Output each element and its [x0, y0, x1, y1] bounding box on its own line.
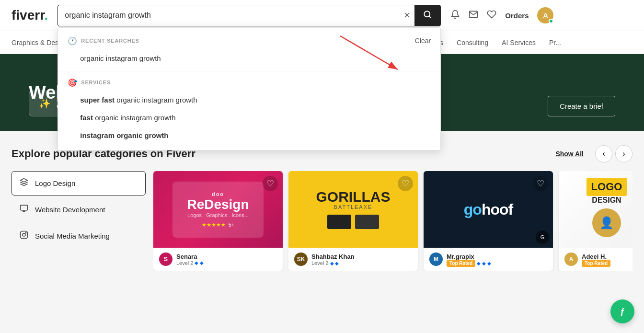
recent-searches-title: RECENT SEARCHES [81, 38, 139, 44]
recommend-icon: ✨ [39, 98, 51, 109]
card-3-avatar: A [564, 253, 578, 266]
card-0-avatar: S [159, 253, 172, 266]
sidebar-item-logo-design[interactable]: Logo Design [12, 171, 146, 195]
search-icon [423, 10, 432, 21]
card-1-sub: BATTLEAXE [316, 204, 391, 210]
avatar-initials: A [543, 11, 548, 19]
card-3-content: LOGO DESIGN 👤 [582, 173, 632, 246]
card-1-level-text: Level 2 [311, 260, 328, 266]
orders-button[interactable]: Orders [505, 11, 529, 20]
sidebar-categories: Logo Design Website Development Social M… [12, 171, 146, 271]
card-3-person: 👤 [592, 208, 621, 237]
card-1[interactable]: GORILLAS BATTLEAXE ♡ SK [288, 171, 418, 271]
social-media-icon [20, 230, 28, 241]
card-0-level-badge: Level 2 ◆ ◆ [176, 260, 204, 266]
card-0-heart[interactable]: ♡ [263, 176, 278, 191]
svg-point-9 [25, 232, 26, 233]
card-2[interactable]: gohoof ♡ G M Mr.grapix Top Rated [424, 171, 553, 271]
card-3[interactable]: LOGO DESIGN 👤 ♡ ▶ A [559, 171, 632, 271]
logo-dot: . [45, 8, 48, 23]
service-item-2[interactable]: instagram organic growth [58, 126, 440, 144]
card-0-level-text: Level 2 [176, 260, 193, 266]
close-icon: ✕ [403, 10, 411, 21]
card-0-level: Level 2 ◆ ◆ [176, 260, 277, 266]
card-0-inner: doo ReDesign Logos . Graphics . Icons...… [172, 182, 263, 238]
service-item-0-bold: super fast [80, 96, 115, 104]
svg-rect-4 [21, 205, 28, 210]
card-1-footer: SK Shahbaz Khan Level 2 ◆ ◆ [288, 248, 418, 271]
nav-item-ai-services[interactable]: AI Services [502, 31, 536, 54]
card-2-avatar-inner: M [429, 253, 443, 266]
sidebar-item-website-development[interactable]: Website Development [12, 197, 146, 222]
card-1-seller: Shahbaz Khan [311, 253, 412, 260]
card-2-brand: gohoof [464, 201, 513, 218]
card-0-stars: ★★★★★ 5+ [187, 222, 249, 228]
card-1-diamond-icon: ◆ ◆ [330, 261, 339, 266]
card-1-avatar: SK [294, 253, 308, 266]
cards-container: doo ReDesign Logos . Graphics . Icons...… [153, 171, 632, 271]
card-2-heart[interactable]: ♡ [533, 176, 548, 191]
recent-search-item[interactable]: organic instagram growth [58, 49, 440, 67]
card-1-item-2 [355, 215, 379, 229]
logo-design-icon [20, 178, 28, 189]
card-3-title-2: DESIGN [586, 196, 627, 205]
services-title: SERVICES [81, 80, 111, 85]
card-1-avatar-inner: SK [294, 253, 308, 266]
card-3-title-1: LOGO [586, 178, 627, 196]
categories-section: Explore popular categories on Fiverr Sho… [0, 131, 644, 271]
sidebar-item-logo-design-label: Logo Design [35, 179, 75, 187]
categories-layout: Logo Design Website Development Social M… [12, 171, 632, 271]
favorites-icon[interactable] [487, 10, 496, 22]
service-item-0[interactable]: super fast organic instagram growth [58, 91, 440, 109]
card-0[interactable]: doo ReDesign Logos . Graphics . Icons...… [153, 171, 283, 271]
card-2-diamond-icon: ◆ ◆ ◆ [477, 261, 491, 266]
message-icon[interactable] [469, 10, 478, 22]
nav-item-consulting[interactable]: Consulting [457, 31, 488, 54]
search-clear-button[interactable]: ✕ [400, 6, 414, 24]
card-1-item-1 [327, 215, 351, 229]
svg-rect-7 [21, 231, 28, 239]
card-0-brand: doo [187, 191, 249, 197]
card-1-info: Shahbaz Khan Level 2 ◆ ◆ [311, 253, 412, 266]
card-3-seller: Adeel H. [582, 253, 632, 260]
card-3-info: Adeel H. Top Rated [582, 253, 632, 266]
clock-icon: 🕐 [68, 36, 77, 46]
chevron-left-icon: ‹ [602, 149, 605, 158]
service-item-1[interactable]: fast organic instagram growth [58, 109, 440, 126]
card-2-footer: M Mr.grapix Top Rated ◆ ◆ ◆ [424, 248, 553, 271]
card-3-level: Top Rated [582, 260, 632, 266]
nav-item-graphics[interactable]: Graphics & Des... [12, 31, 64, 54]
create-brief-button[interactable]: Create a brief [548, 96, 615, 116]
header-actions: Orders A [450, 7, 553, 23]
card-3-top-rated-badge: Top Rated [582, 260, 610, 267]
avatar[interactable]: A [537, 7, 553, 23]
card-2-image: gohoof ♡ G [424, 171, 553, 248]
card-0-seller: Senara [176, 253, 277, 260]
card-1-heart[interactable]: ♡ [398, 176, 413, 191]
services-left: 🎯 SERVICES [68, 78, 111, 87]
clear-button[interactable]: Clear [415, 37, 431, 45]
card-2-content: gohoof [464, 201, 513, 218]
card-0-avatar-inner: S [159, 253, 172, 266]
card-2-level: Top Rated ◆ ◆ ◆ [447, 260, 547, 266]
show-all-link[interactable]: Show All [555, 150, 584, 158]
service-item-2-bold: instagram organic growth [80, 131, 168, 139]
card-0-info: Senara Level 2 ◆ ◆ [176, 253, 277, 266]
svg-point-8 [23, 233, 25, 236]
search-bar: ✕ [58, 5, 441, 26]
card-1-brand: GORILLAS [316, 190, 391, 204]
card-1-level: Level 2 ◆ ◆ [311, 260, 412, 266]
prev-arrow-button[interactable]: ‹ [595, 145, 612, 162]
card-3-image: LOGO DESIGN 👤 ♡ ▶ [559, 171, 632, 248]
next-arrow-button[interactable]: › [615, 145, 632, 162]
search-button[interactable] [414, 5, 440, 26]
nav-arrows: ‹ › [595, 145, 632, 162]
card-1-content: GORILLAS BATTLEAXE [316, 190, 391, 229]
notification-icon[interactable] [450, 10, 460, 22]
sidebar-item-social-media[interactable]: Social Media Marketing [12, 224, 146, 248]
search-input[interactable] [58, 6, 400, 24]
logo[interactable]: fiverr. [12, 8, 48, 23]
nav-item-more[interactable]: Pr... [549, 31, 561, 54]
service-item-1-rest: organic instagram growth [93, 114, 176, 122]
card-3-person-icon: 👤 [599, 216, 614, 230]
